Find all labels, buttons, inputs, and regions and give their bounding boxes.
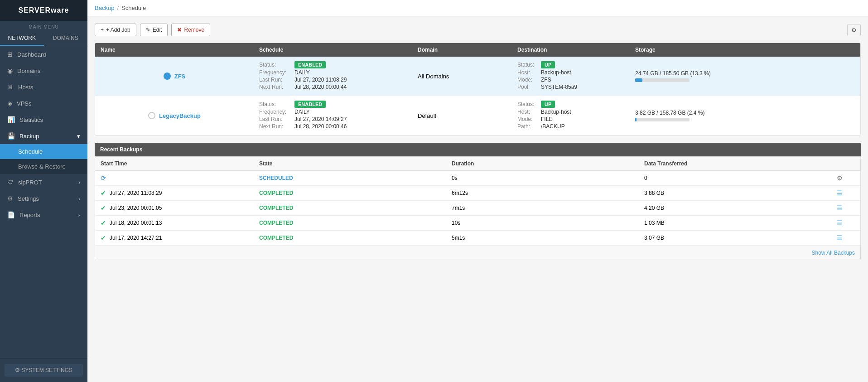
schedule-row-legacy: LegacyBackup Status:ENABLED Frequency:DA…	[95, 96, 860, 135]
rcol-actions	[837, 160, 855, 167]
sidebar-subitem-browse-restore[interactable]: Browse & Restore	[0, 159, 87, 174]
legacy-radio[interactable]	[148, 112, 155, 119]
legacy-storage-text: 3.82 GB / 158.78 GB (2.4 %)	[635, 110, 855, 116]
recent-row-2: ✔ Jul 23, 2020 00:01:05 COMPLETED 7m1s 4…	[95, 201, 860, 216]
recent-row-3-state: COMPLETED	[259, 220, 452, 226]
vpss-icon: ◈	[7, 100, 12, 107]
recent-row-3-time: Jul 18, 2020 00:01:13	[110, 220, 162, 226]
sidebar-item-settings[interactable]: ⚙ Settings ›	[0, 190, 87, 207]
legacy-link[interactable]: LegacyBackup	[159, 112, 201, 119]
recent-row-4-state: COMPLETED	[259, 235, 452, 241]
legacy-schedule-info: Status:ENABLED Frequency:DAILY Last Run:…	[259, 101, 347, 131]
zfs-storage-cell: 24.74 GB / 185.50 GB (13.3 %)	[630, 57, 860, 96]
backup-icon: 💾	[7, 132, 15, 140]
sidebar-footer: ⚙ SYSTEM SETTINGS	[0, 358, 87, 382]
legacy-domain-cell: Default	[412, 96, 512, 135]
sidebar-label-dashboard: Dashboard	[17, 51, 46, 58]
recent-row-3-data: 1.03 MB	[644, 220, 837, 226]
check-icon-2: ✔	[101, 204, 106, 212]
breadcrumb-sep: /	[117, 5, 119, 11]
sidebar-item-hosts[interactable]: 🖥 Hosts	[0, 79, 87, 95]
recent-row-3-duration: 10s	[452, 220, 644, 226]
legacy-schedule-cell: Status:ENABLED Frequency:DAILY Last Run:…	[254, 96, 412, 135]
rcol-start: Start Time	[101, 160, 259, 167]
legacy-domain: Default	[418, 112, 436, 119]
recent-row-2-start: ✔ Jul 23, 2020 00:01:05	[101, 204, 259, 212]
reports-icon: 📄	[7, 211, 15, 218]
check-icon-1: ✔	[101, 189, 106, 197]
main-menu-label: MAIN MENU	[0, 21, 87, 31]
recent-row-0-state: SCHEDULED	[259, 175, 452, 181]
recent-backups-table: Start Time State Duration Data Transferr…	[95, 156, 861, 260]
recent-row-3-start: ✔ Jul 18, 2020 00:01:13	[101, 219, 259, 227]
gear-button[interactable]: ⚙	[847, 24, 861, 36]
add-job-button[interactable]: + + Add Job	[95, 24, 136, 36]
col-domain: Domain	[418, 47, 517, 53]
schedules-table-header: Name Schedule Domain Destination Storage	[95, 43, 860, 57]
recent-row-2-data: 4.20 GB	[644, 205, 837, 211]
show-all-backups: Show All Backups	[95, 246, 860, 260]
recent-row-4-data: 3.07 GB	[644, 235, 837, 241]
zfs-radio[interactable]	[164, 73, 171, 80]
sidebar: SERVERware MAIN MENU NETWORK DOMAINS ⊞ D…	[0, 0, 87, 382]
recent-row-1-duration: 6m12s	[452, 190, 644, 196]
sidebar-item-backup[interactable]: 💾 Backup ▾	[0, 128, 87, 144]
chevron-down-icon: ▾	[77, 133, 80, 140]
edit-button[interactable]: ✎ Edit	[140, 24, 168, 36]
legacy-dest-cell: Status:UP Host:Backup-host Mode:FILE Pat…	[512, 96, 630, 135]
sidebar-label-settings: Settings	[18, 195, 39, 202]
toolbar: + + Add Job ✎ Edit ✖ Remove ⚙	[95, 24, 861, 36]
recent-row-1-start: ✔ Jul 27, 2020 11:08:29	[101, 189, 259, 197]
row-gear-icon[interactable]: ⚙	[837, 174, 843, 182]
toolbar-left: + + Add Job ✎ Edit ✖ Remove	[95, 24, 210, 36]
sidebar-label-vpss: VPSs	[17, 100, 32, 107]
schedules-table: Name Schedule Domain Destination Storage…	[95, 43, 861, 135]
sidebar-subitem-schedule[interactable]: Schedule	[0, 144, 87, 159]
sidebar-tabs: NETWORK DOMAINS	[0, 31, 87, 46]
recent-row-3: ✔ Jul 18, 2020 00:01:13 COMPLETED 10s 1.…	[95, 216, 860, 231]
zfs-domain: All Domains	[418, 73, 449, 80]
rcol-duration: Duration	[452, 160, 644, 167]
sidebar-label-reports: Reports	[19, 212, 40, 218]
recent-row-1-action: ☰	[837, 189, 855, 197]
legacy-name-cell: LegacyBackup	[95, 96, 254, 135]
col-name: Name	[101, 47, 259, 53]
recent-row-2-action: ☰	[837, 204, 855, 212]
zfs-storage-text: 24.74 GB / 185.50 GB (13.3 %)	[635, 70, 855, 77]
recent-row-2-duration: 7m1s	[452, 205, 644, 211]
sidebar-label-backup: Backup	[19, 133, 39, 140]
list-icon-1[interactable]: ☰	[837, 189, 843, 197]
tab-domains[interactable]: DOMAINS	[44, 31, 88, 46]
legacy-progress-fill	[635, 118, 637, 121]
sidebar-item-reports[interactable]: 📄 Reports ›	[0, 207, 87, 223]
tab-network[interactable]: NETWORK	[0, 31, 44, 46]
rcol-data: Data Transferred	[644, 160, 837, 167]
chevron-right-icon3: ›	[78, 212, 80, 218]
list-icon-4[interactable]: ☰	[837, 234, 843, 242]
remove-icon: ✖	[177, 27, 182, 33]
recent-backups-section: Recent Backups Start Time State Duration…	[95, 143, 861, 260]
sidebar-item-dashboard[interactable]: ⊞ Dashboard	[0, 46, 87, 63]
sidebar-item-sipprot[interactable]: 🛡 sipPROT ›	[0, 174, 87, 190]
remove-button[interactable]: ✖ Remove	[171, 24, 210, 36]
recent-row-2-time: Jul 23, 2020 00:01:05	[110, 205, 162, 211]
sidebar-item-statistics[interactable]: 📊 Statistics	[0, 111, 87, 128]
sidebar-item-vpss[interactable]: ◈ VPSs	[0, 95, 87, 111]
recent-row-0-action: ⚙	[837, 174, 855, 182]
show-all-link[interactable]: Show All Backups	[812, 250, 855, 256]
col-storage: Storage	[635, 47, 855, 53]
zfs-domain-cell: All Domains	[412, 57, 512, 96]
list-icon-2[interactable]: ☰	[837, 204, 843, 212]
recent-row-4-action: ☰	[837, 234, 855, 242]
rcol-state: State	[259, 160, 452, 167]
list-icon-3[interactable]: ☰	[837, 219, 843, 227]
dashboard-icon: ⊞	[7, 51, 13, 58]
system-settings-button[interactable]: ⚙ SYSTEM SETTINGS	[5, 364, 83, 377]
sidebar-label-statistics: Statistics	[19, 116, 43, 123]
remove-label: Remove	[184, 27, 204, 33]
spin-icon: ⟳	[101, 174, 106, 182]
sidebar-item-domains[interactable]: ◉ Domains	[0, 63, 87, 79]
zfs-link[interactable]: ZFS	[174, 73, 186, 80]
recent-row-1-data: 3.88 GB	[644, 190, 837, 196]
breadcrumb-backup[interactable]: Backup	[95, 5, 114, 11]
